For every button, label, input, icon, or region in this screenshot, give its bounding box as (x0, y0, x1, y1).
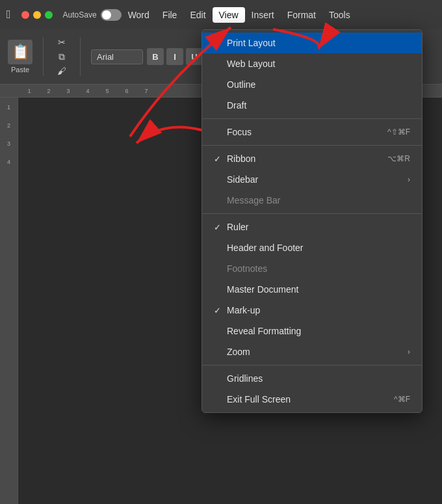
italic-button[interactable]: I (166, 48, 183, 65)
ruler-num: 1 (7, 104, 10, 111)
checkmark-ribbon: ✓ (214, 154, 227, 164)
autosave-area: AutoSave (63, 9, 122, 21)
menu-item-print-layout[interactable]: ✓Print Layout (202, 33, 422, 53)
menu-item-exit-full-screen[interactable]: Exit Full Screen^⌘F (202, 389, 422, 410)
ruler-mark: 2 (39, 88, 58, 94)
menubar:  AutoSave Word File Edit View Insert Fo… (0, 0, 442, 29)
bold-button[interactable]: B (147, 48, 164, 65)
apple-menu[interactable]:  (6, 8, 11, 21)
menu-item-sidebar[interactable]: Sidebar› (202, 169, 422, 190)
cut-icon[interactable]: ✂ (54, 36, 70, 48)
autosave-label: AutoSave (63, 10, 97, 20)
menu-label-footnotes: Footnotes (227, 263, 410, 274)
menu-label-exit-full-screen: Exit Full Screen (227, 394, 394, 405)
menu-label-message-bar: Message Bar (227, 195, 410, 206)
menu-item-footnotes: Footnotes (202, 258, 422, 279)
traffic-lights (21, 11, 53, 19)
vertical-ruler: 1 2 3 4 (0, 98, 18, 504)
checkmark-markup: ✓ (214, 306, 227, 315)
font-section: Arial B I U (91, 48, 203, 65)
paste-label: Paste (11, 66, 29, 73)
menu-separator (202, 118, 422, 119)
checkmark-ruler: ✓ (214, 222, 227, 232)
cut-copy-format-section: ✂ ⧉ 🖌 (54, 36, 70, 77)
menu-item-ruler[interactable]: ✓Ruler (202, 217, 422, 237)
menu-item-header-footer[interactable]: Header and Footer (202, 237, 422, 258)
shortcut-focus: ^⇧⌘F (387, 127, 410, 137)
ruler-mark: 7 (136, 88, 156, 94)
menubar-insert[interactable]: Insert (245, 7, 281, 23)
menu-label-sidebar: Sidebar (227, 174, 402, 185)
checkmark-print-layout: ✓ (214, 38, 227, 48)
font-name-input[interactable]: Arial (91, 49, 143, 64)
menu-label-web-layout: Web Layout (227, 59, 410, 69)
menubar-file[interactable]: File (156, 7, 184, 23)
menu-item-outline[interactable]: Outline (202, 74, 422, 95)
submenu-arrow-sidebar: › (408, 175, 410, 184)
menu-label-gridlines: Gridlines (227, 373, 410, 384)
format-painter-icon[interactable]: 🖌 (54, 65, 70, 77)
format-buttons: B I U (147, 48, 203, 65)
ruler-mark: 4 (78, 88, 98, 94)
menu-item-zoom[interactable]: Zoom› (202, 341, 422, 362)
menu-item-web-layout[interactable]: Web Layout (202, 53, 422, 74)
paste-button[interactable]: 📋 Paste (8, 40, 32, 73)
menu-label-print-layout: Print Layout (227, 38, 410, 48)
ruler-num: 2 (7, 122, 10, 129)
menu-item-reveal-formatting[interactable]: Reveal Formatting (202, 321, 422, 341)
menubar-view[interactable]: View (213, 7, 245, 23)
ruler-mark: 1 (20, 88, 39, 94)
menu-label-master-document: Master Document (227, 284, 410, 295)
menu-label-outline: Outline (227, 79, 410, 90)
menu-label-header-footer: Header and Footer (227, 243, 410, 253)
menu-label-ruler: Ruler (227, 222, 410, 232)
menu-separator (202, 365, 422, 365)
underline-button[interactable]: U (186, 48, 203, 65)
menubar-edit[interactable]: Edit (183, 7, 212, 23)
menu-separator (202, 145, 422, 146)
ruler-mark: 5 (98, 88, 117, 94)
toolbar-divider-2 (80, 37, 81, 76)
menu-item-focus[interactable]: Focus^⇧⌘F (202, 122, 422, 142)
menu-label-zoom: Zoom (227, 347, 402, 357)
autosave-toggle[interactable] (101, 9, 122, 21)
menu-label-reveal-formatting: Reveal Formatting (227, 326, 410, 336)
menu-item-draft[interactable]: Draft (202, 95, 422, 116)
menu-item-markup[interactable]: ✓Mark-up (202, 300, 422, 321)
menu-item-master-document[interactable]: Master Document (202, 279, 422, 300)
paste-icon: 📋 (8, 40, 32, 64)
close-button[interactable] (21, 11, 29, 19)
maximize-button[interactable] (45, 11, 53, 19)
menu-label-ribbon: Ribbon (227, 153, 387, 164)
minimize-button[interactable] (33, 11, 41, 19)
menubar-word[interactable]: Word (122, 7, 156, 23)
menu-label-markup: Mark-up (227, 305, 410, 315)
submenu-arrow-zoom: › (408, 347, 410, 356)
ruler-num: 4 (7, 159, 10, 165)
paste-section: 📋 Paste (8, 40, 32, 73)
menu-separator (202, 213, 422, 214)
menu-item-ribbon[interactable]: ✓Ribbon⌥⌘R (202, 148, 422, 169)
ruler-num: 3 (7, 140, 10, 147)
menubar-format[interactable]: Format (281, 7, 322, 23)
view-dropdown-menu: ✓Print LayoutWeb LayoutOutlineDraftFocus… (202, 29, 422, 413)
menu-item-gridlines[interactable]: Gridlines (202, 368, 422, 389)
menu-label-focus: Focus (227, 127, 387, 137)
toolbar-divider-1 (43, 37, 44, 76)
shortcut-exit-full-screen: ^⌘F (394, 395, 410, 404)
shortcut-ribbon: ⌥⌘R (387, 154, 410, 163)
menu-item-message-bar: Message Bar (202, 190, 422, 211)
menubar-tools[interactable]: Tools (322, 7, 357, 23)
menu-label-draft: Draft (227, 100, 410, 111)
ruler-mark: 3 (58, 88, 78, 94)
ruler-mark: 6 (117, 88, 136, 94)
copy-icon[interactable]: ⧉ (54, 51, 70, 62)
toggle-knob (102, 10, 111, 20)
